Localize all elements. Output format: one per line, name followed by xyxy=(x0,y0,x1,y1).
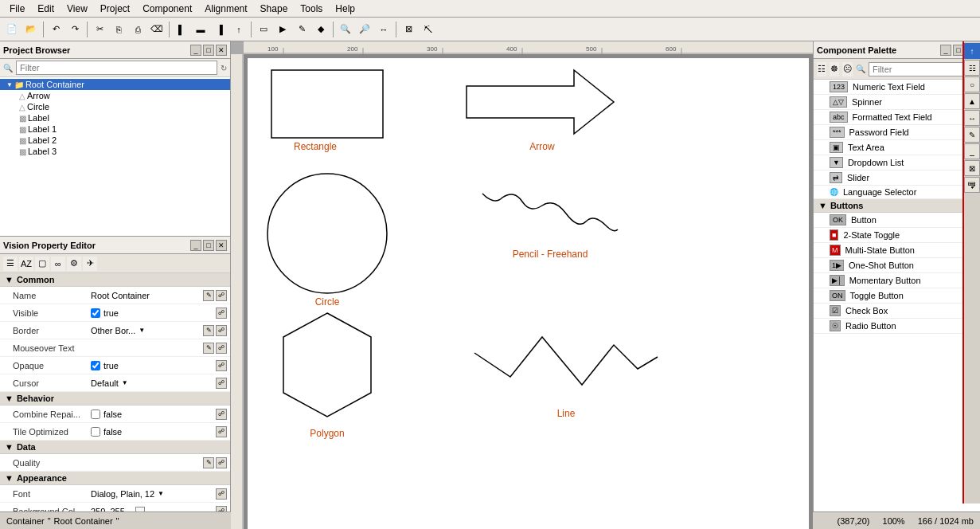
palette-item-text-area[interactable]: ▣ Text Area xyxy=(814,140,980,155)
tree-item-circle[interactable]: △ Circle xyxy=(0,101,230,112)
align-top-button[interactable]: ↑ xyxy=(230,21,248,38)
panel-maximize-btn[interactable]: □ xyxy=(203,45,214,56)
prop-bind-btn[interactable]: ☍ xyxy=(216,290,227,301)
pe-more-btn[interactable]: ✈ xyxy=(83,257,97,271)
prop-quality-value[interactable] xyxy=(88,462,203,464)
zoom-out-button[interactable]: 🔎 xyxy=(356,21,373,38)
palette-view2-btn[interactable]: ☸ xyxy=(830,62,839,76)
align-left-button[interactable]: ▌ xyxy=(173,21,190,38)
prop-mouseover-value[interactable] xyxy=(88,347,203,349)
prop-font-bind-btn[interactable]: ☍ xyxy=(216,488,227,500)
combine-checkbox[interactable] xyxy=(91,409,100,419)
menu-tools[interactable]: Tools xyxy=(294,2,329,16)
pe-az-btn[interactable]: AZ xyxy=(19,257,33,271)
palette-item-language-selector[interactable]: 🌐 Language Selector xyxy=(814,186,980,199)
palette-item-password-field[interactable]: *** Password Field xyxy=(814,125,980,140)
menu-component[interactable]: Component xyxy=(136,2,198,16)
prop-quality-bind-btn[interactable]: ☍ xyxy=(216,457,227,468)
menu-shape[interactable]: Shape xyxy=(254,2,295,16)
far-right-line-btn[interactable]: ⎯ xyxy=(964,143,980,159)
pe-config-btn[interactable]: ⚙ xyxy=(67,257,81,271)
palette-item-check-box[interactable]: ☑ Check Box xyxy=(814,304,980,319)
far-right-dropper-btn[interactable]: 🖦 xyxy=(964,177,980,193)
tile-checkbox[interactable] xyxy=(91,427,100,437)
play-button[interactable]: ▶ xyxy=(274,21,291,38)
prop-cursor-bind-btn[interactable]: ☍ xyxy=(216,378,227,389)
menu-alignment[interactable]: Alignment xyxy=(198,2,253,16)
palette-item-spinner[interactable]: △▽ Spinner xyxy=(814,95,980,110)
prop-visible-bind-btn[interactable]: ☍ xyxy=(216,308,227,319)
tree-item-arrow[interactable]: △ Arrow xyxy=(0,90,230,101)
pe-sort-btn[interactable]: ☰ xyxy=(3,257,18,271)
prop-edit-btn[interactable]: ✎ xyxy=(203,290,214,301)
prop-border-bind-btn[interactable]: ☍ xyxy=(216,325,227,336)
font-dropdown-icon[interactable]: ▼ xyxy=(158,490,164,497)
panel-close-btn[interactable]: ✕ xyxy=(216,45,227,56)
prop-border-edit-btn[interactable]: ✎ xyxy=(203,325,214,336)
copy-button[interactable]: ⎘ xyxy=(110,21,127,38)
tree-item-label1[interactable]: ▩ Label 1 xyxy=(0,123,230,135)
visible-checkbox[interactable] xyxy=(91,308,100,318)
align-right-button[interactable]: ▐ xyxy=(211,21,228,38)
prop-combine-bind-btn[interactable]: ☍ xyxy=(216,409,227,420)
common-section-header[interactable]: ▼ Common xyxy=(0,273,230,287)
canvas-viewport[interactable]: Rectangle Arrow Circle Pencil - Freehand… xyxy=(244,54,813,529)
far-right-move-btn[interactable]: ↔ xyxy=(964,110,980,126)
palette-item-slider[interactable]: ⇄ Slider xyxy=(814,170,980,186)
refresh-icon[interactable]: ↻ xyxy=(221,64,227,72)
panel-minimize-btn[interactable]: _ xyxy=(190,45,201,56)
pe-binding-btn[interactable]: ∞ xyxy=(51,257,65,271)
palette-item-numeric-text-field[interactable]: 123 Numeric Text Field xyxy=(814,80,980,95)
pencil-tool[interactable]: ✎ xyxy=(293,21,310,38)
far-right-pencil-btn[interactable]: ✎ xyxy=(964,127,980,143)
prop-quality-edit-btn[interactable]: ✎ xyxy=(203,457,214,468)
prop-opaque-bind-btn[interactable]: ☍ xyxy=(216,360,227,371)
open-button[interactable]: 📂 xyxy=(22,21,40,38)
shield-tool[interactable]: ◆ xyxy=(312,21,330,38)
tree-item-root-container[interactable]: ▼ 📁 Root Container xyxy=(0,79,230,90)
pe-maximize-btn[interactable]: □ xyxy=(203,240,214,251)
pe-minimize-btn[interactable]: _ xyxy=(190,240,201,251)
project-filter-input[interactable] xyxy=(16,61,217,75)
behavior-section-header[interactable]: ▼ Behavior xyxy=(0,392,230,406)
align-center-button[interactable]: ▬ xyxy=(192,21,209,38)
zoom-fit-button[interactable]: ↔ xyxy=(375,21,392,38)
prop-bgcolor-bind-btn[interactable]: ☍ xyxy=(216,506,227,512)
new-button[interactable]: 📄 xyxy=(3,21,21,38)
pe-close-btn[interactable]: ✕ xyxy=(216,240,227,251)
data-section-header[interactable]: ▼ Data xyxy=(0,441,230,454)
buttons-section-header[interactable]: ▼ Buttons xyxy=(814,199,980,213)
prop-mouseover-edit-btn[interactable]: ✎ xyxy=(203,343,214,354)
palette-item-button[interactable]: OK Button xyxy=(814,213,980,228)
far-right-grid-btn[interactable]: ⊠ xyxy=(964,160,980,176)
menu-help[interactable]: Help xyxy=(329,2,361,16)
palette-item-toggle-button[interactable]: ON Toggle Button xyxy=(814,288,980,304)
palette-item-momentary-button[interactable]: ▶│ Momentary Button xyxy=(814,273,980,288)
undo-button[interactable]: ↶ xyxy=(47,21,64,38)
bgcolor-swatch[interactable] xyxy=(135,507,145,512)
paste-button[interactable]: ⎙ xyxy=(129,21,146,38)
appearance-section-header[interactable]: ▼ Appearance xyxy=(0,472,230,485)
rectangle-tool[interactable]: ▭ xyxy=(255,21,272,38)
palette-item-formatted-text-field[interactable]: abc Formatted Text Field xyxy=(814,110,980,125)
palette-view3-btn[interactable]: ☹ xyxy=(842,62,853,76)
grid-toggle[interactable]: ⊠ xyxy=(400,21,417,38)
redo-button[interactable]: ↷ xyxy=(66,21,84,38)
menu-edit[interactable]: Edit xyxy=(31,2,61,16)
opaque-checkbox[interactable] xyxy=(91,361,100,370)
palette-minimize-btn[interactable]: _ xyxy=(940,45,951,56)
palette-view1-btn[interactable]: ☷ xyxy=(817,62,826,76)
menu-file[interactable]: File xyxy=(3,2,31,16)
palette-item-radio-button[interactable]: ☉ Radio Button xyxy=(814,319,980,334)
cut-button[interactable]: ✂ xyxy=(91,21,108,38)
prop-tile-bind-btn[interactable]: ☍ xyxy=(216,426,227,437)
far-right-component-btn[interactable]: ☷ xyxy=(964,60,980,76)
cursor-dropdown-icon[interactable]: ▼ xyxy=(122,379,128,386)
palette-item-dropdown-list[interactable]: ▼ Dropdown List xyxy=(814,155,980,170)
palette-item-2state-toggle[interactable]: ■ 2-State Toggle xyxy=(814,228,980,243)
prop-mouseover-bind-btn[interactable]: ☍ xyxy=(216,343,227,354)
menu-project[interactable]: Project xyxy=(94,2,136,16)
border-dropdown-icon[interactable]: ▼ xyxy=(139,327,145,334)
pe-group-btn[interactable]: ▢ xyxy=(35,257,49,271)
far-right-bell-btn[interactable]: ▲ xyxy=(964,93,980,109)
